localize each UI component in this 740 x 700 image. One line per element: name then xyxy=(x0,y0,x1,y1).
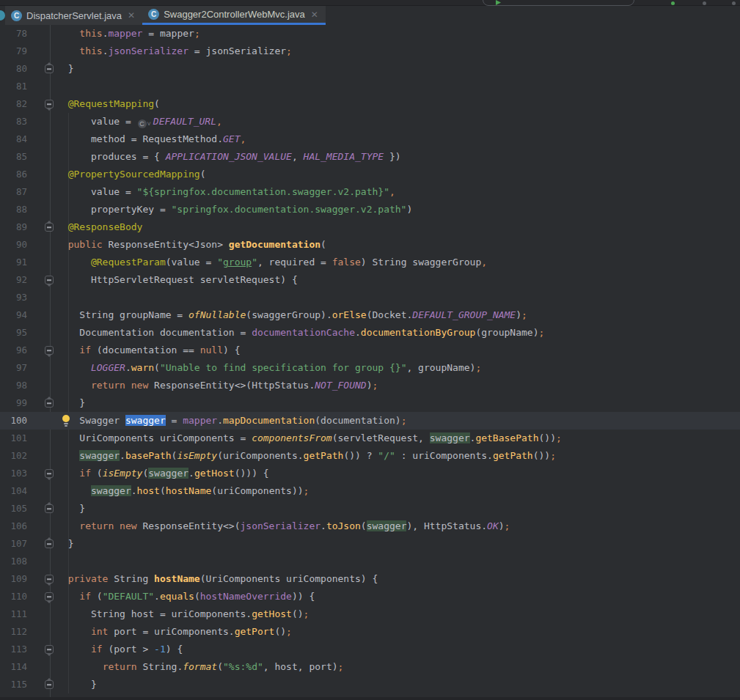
code-line-105[interactable]: 105 } xyxy=(0,500,740,517)
fold-up-icon[interactable] xyxy=(45,504,54,513)
code-text[interactable]: @RequestMapping( xyxy=(56,95,160,113)
code-line-102[interactable]: 102 swagger.basePath(isEmpty(uriComponen… xyxy=(0,447,740,465)
tab-dispatcherservlet[interactable]: C DispatcherServlet.java ✕ xyxy=(5,6,142,25)
code-text[interactable]: this.mapper = mapper; xyxy=(56,25,200,43)
code-line-114[interactable]: 114 return String.format("%s:%d", host, … xyxy=(0,658,740,676)
code-text[interactable]: if (documentation == null) { xyxy=(56,342,240,359)
code-text[interactable]: if ("DEFAULT".equals(hostNameOverride)) … xyxy=(56,588,315,605)
code-text[interactable]: String host = uriComponents.getHost(); xyxy=(56,605,309,623)
code-text[interactable]: value = C˅DEFAULT_URL, xyxy=(56,113,222,130)
code-text[interactable]: UriComponents uriComponents = components… xyxy=(56,430,562,447)
line-number[interactable]: 101 xyxy=(0,430,27,447)
line-number[interactable]: 98 xyxy=(0,377,27,394)
code-text[interactable]: produces = { APPLICATION_JSON_VALUE, HAL… xyxy=(56,148,401,166)
code-text[interactable]: value = "${springfox.documentation.swagg… xyxy=(56,183,395,201)
code-line-95[interactable]: 95 Documentation documentation = documen… xyxy=(0,324,740,342)
line-number[interactable]: 89 xyxy=(0,218,27,236)
code-line-83[interactable]: 83 value = C˅DEFAULT_URL, xyxy=(0,113,740,130)
code-text[interactable]: propertyKey = "springfox.documentation.s… xyxy=(56,201,412,218)
line-number[interactable]: 106 xyxy=(0,517,27,535)
code-line-78[interactable]: 78 this.mapper = mapper; xyxy=(0,25,740,43)
line-number[interactable]: 90 xyxy=(0,236,27,254)
code-line-80[interactable]: 80 } xyxy=(0,60,740,78)
line-number[interactable]: 79 xyxy=(0,43,27,60)
line-number[interactable]: 81 xyxy=(0,78,27,95)
line-number[interactable]: 107 xyxy=(0,535,27,553)
line-number[interactable]: 96 xyxy=(0,342,27,359)
code-line-108[interactable]: 108 xyxy=(0,553,740,570)
code-line-92[interactable]: 92 HttpServletRequest servletRequest) { xyxy=(0,271,740,289)
code-text[interactable]: } xyxy=(56,60,73,78)
close-icon[interactable]: ✕ xyxy=(311,10,318,20)
fold-up-icon[interactable] xyxy=(45,223,54,232)
line-number[interactable]: 82 xyxy=(0,95,27,113)
code-line-84[interactable]: 84 method = RequestMethod.GET, xyxy=(0,130,740,148)
line-number[interactable]: 95 xyxy=(0,324,27,342)
code-text[interactable]: @PropertySourcedMapping( xyxy=(56,166,206,183)
line-number[interactable]: 92 xyxy=(0,271,27,289)
line-number[interactable]: 80 xyxy=(0,60,27,78)
code-line-91[interactable]: 91 @RequestParam(value = "group", requir… xyxy=(0,254,740,271)
code-line-99[interactable]: 99 } xyxy=(0,394,740,412)
code-text[interactable]: swagger.basePath(isEmpty(uriComponents.g… xyxy=(56,447,556,465)
code-text[interactable]: return String.format("%s:%d", host, port… xyxy=(56,658,343,676)
code-line-103[interactable]: 103 if (isEmpty(swagger.getHost())) { xyxy=(0,465,740,482)
code-text[interactable]: swagger.host(hostName(uriComponents)); xyxy=(56,482,309,500)
line-number[interactable]: 85 xyxy=(0,148,27,166)
code-text[interactable]: @RequestParam(value = "group", required … xyxy=(56,254,487,271)
code-line-79[interactable]: 79 this.jsonSerializer = jsonSerializer; xyxy=(0,43,740,60)
line-number[interactable]: 94 xyxy=(0,306,27,324)
fold-up-icon[interactable] xyxy=(45,539,54,548)
code-text[interactable]: return new ResponseEntity<>(jsonSerializ… xyxy=(56,517,510,535)
fold-down-icon[interactable] xyxy=(45,592,54,601)
code-line-85[interactable]: 85 produces = { APPLICATION_JSON_VALUE, … xyxy=(0,148,740,166)
code-text[interactable]: } xyxy=(56,676,97,693)
fold-up-icon[interactable] xyxy=(45,680,54,689)
code-text[interactable]: LOGGER.warn("Unable to find specificatio… xyxy=(56,359,481,377)
code-text[interactable]: int port = uriComponents.getPort(); xyxy=(56,623,292,641)
code-text[interactable]: return new ResponseEntity<>(HttpStatus.N… xyxy=(56,377,378,394)
line-number[interactable]: 87 xyxy=(0,183,27,201)
code-line-82[interactable]: 82 @RequestMapping( xyxy=(0,95,740,113)
line-number[interactable]: 114 xyxy=(0,658,27,676)
line-number[interactable]: 102 xyxy=(0,447,27,465)
line-number[interactable]: 113 xyxy=(0,641,27,658)
line-number[interactable]: 104 xyxy=(0,482,27,500)
toolbar-icon[interactable] xyxy=(732,1,736,5)
line-number[interactable]: 99 xyxy=(0,394,27,412)
line-number[interactable]: 86 xyxy=(0,166,27,183)
code-line-81[interactable]: 81 xyxy=(0,78,740,95)
code-line-87[interactable]: 87 value = "${springfox.documentation.sw… xyxy=(0,183,740,201)
code-line-109[interactable]: 109 private String hostName(UriComponent… xyxy=(0,570,740,588)
code-text[interactable]: if (port > -1) { xyxy=(56,641,183,658)
code-text[interactable]: this.jsonSerializer = jsonSerializer; xyxy=(56,43,292,60)
code-line-98[interactable]: 98 return new ResponseEntity<>(HttpStatu… xyxy=(0,377,740,394)
fold-up-icon[interactable] xyxy=(45,65,54,73)
code-text[interactable]: } xyxy=(56,394,85,412)
code-line-94[interactable]: 94 String groupName = ofNullable(swagger… xyxy=(0,306,740,324)
line-number[interactable]: 78 xyxy=(0,25,27,43)
line-number[interactable]: 84 xyxy=(0,130,27,148)
code-line-107[interactable]: 107 } xyxy=(0,535,740,553)
code-line-100[interactable]: 100 Swagger swagger = mapper.mapDocument… xyxy=(0,412,740,430)
code-line-89[interactable]: 89 @ResponseBody xyxy=(0,218,740,236)
code-text[interactable]: String groupName = ofNullable(swaggerGro… xyxy=(56,306,527,324)
fold-down-icon[interactable] xyxy=(45,575,54,583)
fold-up-icon[interactable] xyxy=(45,399,54,408)
code-line-110[interactable]: 110 if ("DEFAULT".equals(hostNameOverrid… xyxy=(0,588,740,605)
code-line-86[interactable]: 86 @PropertySourcedMapping( xyxy=(0,166,740,183)
tab-swagger2controllerwebmvc[interactable]: C Swagger2ControllerWebMvc.java ✕ xyxy=(142,6,326,25)
code-line-101[interactable]: 101 UriComponents uriComponents = compon… xyxy=(0,430,740,447)
code-text[interactable]: if (isEmpty(swagger.getHost())) { xyxy=(56,465,269,482)
fold-down-icon[interactable] xyxy=(45,645,54,654)
code-text[interactable]: HttpServletRequest servletRequest) { xyxy=(56,271,298,289)
code-line-112[interactable]: 112 int port = uriComponents.getPort(); xyxy=(0,623,740,641)
code-text[interactable]: private String hostName(UriComponents ur… xyxy=(56,570,378,588)
search-everywhere-box[interactable] xyxy=(483,0,634,6)
code-line-111[interactable]: 111 String host = uriComponents.getHost(… xyxy=(0,605,740,623)
code-text[interactable]: } xyxy=(56,500,85,517)
code-line-113[interactable]: 113 if (port > -1) { xyxy=(0,641,740,658)
line-number[interactable]: 93 xyxy=(0,289,27,306)
line-number[interactable]: 100 xyxy=(0,412,27,430)
code-line-93[interactable]: 93 xyxy=(0,289,740,306)
